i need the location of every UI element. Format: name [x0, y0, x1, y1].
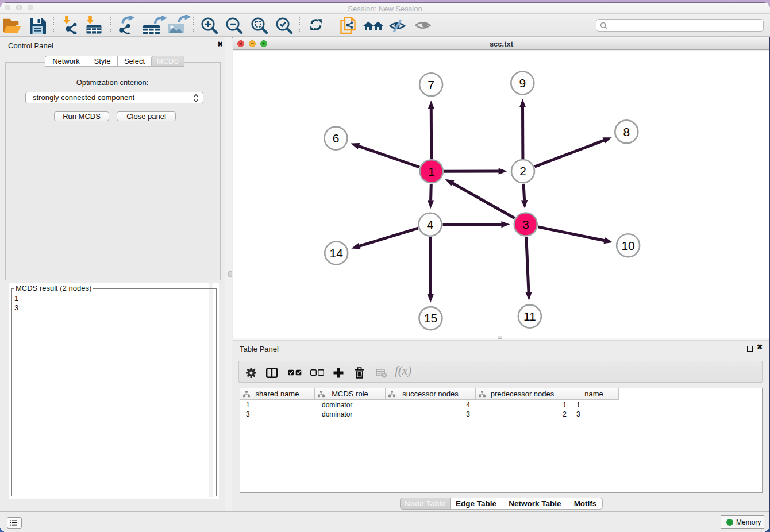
svg-text:9: 9 — [519, 76, 526, 90]
svg-text:14: 14 — [330, 246, 344, 260]
svg-text:11: 11 — [523, 310, 536, 323]
svg-text:15: 15 — [424, 311, 437, 325]
svg-text:8: 8 — [623, 125, 630, 138]
svg-text:4: 4 — [427, 218, 434, 231]
svg-text:7: 7 — [428, 78, 434, 91]
svg-text:6: 6 — [333, 132, 340, 145]
svg-text:1: 1 — [428, 165, 435, 178]
svg-text:2: 2 — [519, 164, 526, 178]
svg-text:10: 10 — [621, 239, 634, 252]
svg-text:3: 3 — [522, 218, 529, 231]
